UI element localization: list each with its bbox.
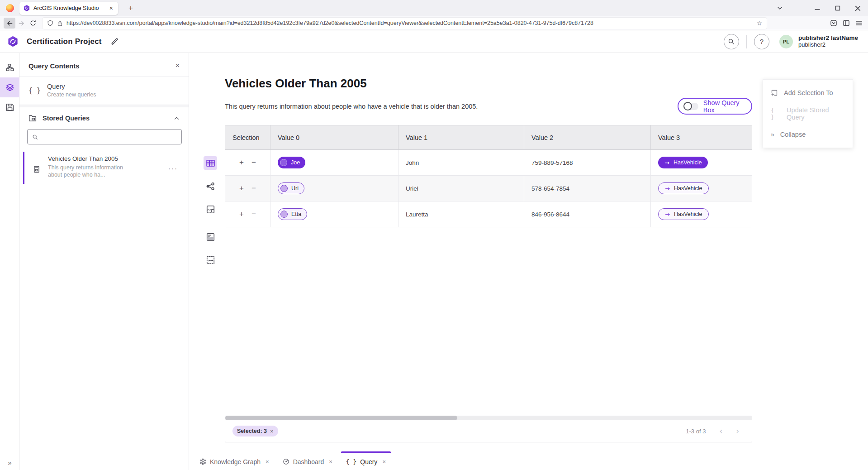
entity-dot-icon: [280, 159, 287, 166]
value2-cell: 578-654-7854: [524, 176, 651, 201]
project-hierarchy-icon[interactable]: [0, 58, 19, 77]
menu-item-add-selection-to[interactable]: Add Selection To: [763, 82, 853, 103]
scrollbar-thumb[interactable]: [225, 416, 457, 420]
sidebars-icon[interactable]: [843, 19, 850, 27]
selection-cell: + −: [225, 201, 270, 227]
query-item-subtitle: Create new queries: [47, 91, 96, 98]
firefox-menu-button[interactable]: [4, 2, 16, 14]
relationship-label: HasVehicle: [674, 185, 702, 192]
help-icon[interactable]: ?: [754, 34, 769, 49]
browser-tab[interactable]: ArcGIS Knowledge Studio ×: [19, 2, 118, 15]
toggle-track[interactable]: [684, 103, 698, 110]
relationship-pill[interactable]: →HasVehicle: [658, 157, 708, 168]
stored-queries-header[interactable]: Stored Queries: [19, 107, 189, 128]
expand-panel-icon[interactable]: »: [0, 459, 19, 466]
value2-cell: 759-889-57168: [524, 150, 651, 175]
view-toolbar: [200, 156, 221, 267]
entity-pill[interactable]: Etta: [278, 208, 307, 220]
value3-cell: →HasVehicle: [651, 150, 752, 175]
horizontal-scrollbar[interactable]: [225, 416, 752, 420]
stored-query-item[interactable]: Vehicles Older Than 2005 This query retu…: [19, 151, 189, 185]
column-header-value1[interactable]: Value 1: [398, 125, 524, 149]
remove-selection-icon[interactable]: −: [251, 184, 256, 193]
column-header-value0[interactable]: Value 0: [270, 125, 398, 149]
navbar-right-icons: [830, 19, 863, 27]
entity-cell: Joe: [270, 150, 398, 175]
search-input[interactable]: [42, 134, 177, 140]
save-icon[interactable]: [0, 97, 19, 117]
browser-navbar: https://dev0028833.esri.com/portal/apps/…: [0, 16, 868, 30]
remove-selection-icon[interactable]: −: [251, 158, 256, 167]
window-minimize-icon[interactable]: [807, 0, 827, 16]
user-block[interactable]: publisher2 lastName publisher2: [798, 34, 858, 48]
tab-label: Knowledge Graph: [210, 458, 261, 465]
arrow-right-icon: →: [665, 185, 670, 192]
clear-selection-icon[interactable]: ×: [270, 428, 274, 435]
map-view-icon[interactable]: [204, 202, 217, 216]
new-tab-button[interactable]: +: [124, 4, 137, 13]
toggle-knob: [683, 102, 692, 110]
back-icon[interactable]: [4, 18, 15, 29]
tab-knowledge-graph[interactable]: Knowledge Graph ×: [193, 453, 276, 470]
layers-icon[interactable]: [0, 77, 19, 97]
table-row: + − Etta Lauretta 846-956-8644 →HasVehic…: [225, 201, 752, 227]
tab-dashboard[interactable]: Dashboard ×: [276, 453, 339, 470]
next-page-icon[interactable]: ›: [736, 427, 739, 436]
list-tabs-icon[interactable]: [769, 0, 790, 16]
selected-indicator: [23, 152, 24, 184]
stored-queries-search[interactable]: [27, 129, 182, 144]
query-results-card: Selection Value 0 Value 1 Value 2 Value …: [225, 125, 752, 442]
hamburger-menu-icon[interactable]: [855, 19, 863, 27]
relationship-pill[interactable]: →HasVehicle: [658, 182, 709, 194]
forward-icon[interactable]: [15, 18, 27, 29]
selected-count-chip[interactable]: Selected: 3 ×: [232, 426, 278, 436]
firefox-icon: [6, 4, 14, 12]
table-view-icon[interactable]: [204, 156, 217, 170]
tab-close-icon[interactable]: ×: [266, 458, 269, 465]
knowledge-graph-icon: [199, 458, 206, 465]
table-footer: Selected: 3 × 1-3 of 3 ‹ ›: [225, 420, 752, 442]
panel-close-icon[interactable]: ×: [175, 62, 180, 70]
browser-window: ArcGIS Knowledge Studio × + https://dev0…: [0, 0, 868, 470]
add-selection-icon[interactable]: +: [239, 158, 244, 167]
relationship-pill[interactable]: →HasVehicle: [658, 208, 709, 220]
value2-cell: 846-956-8644: [524, 201, 651, 227]
tab-close-icon[interactable]: ×: [382, 458, 386, 465]
edit-pencil-icon[interactable]: [111, 38, 119, 45]
braces-icon: { }: [346, 458, 356, 465]
save-to-pocket-icon[interactable]: [830, 19, 837, 27]
column-header-value3[interactable]: Value 3: [651, 125, 752, 149]
add-selection-icon[interactable]: +: [239, 210, 244, 219]
tab-close-icon[interactable]: ×: [329, 458, 332, 465]
prev-page-icon[interactable]: ‹: [719, 427, 722, 436]
stored-query-doc-icon: [33, 166, 40, 173]
avatar[interactable]: PL: [779, 35, 793, 48]
url-bar[interactable]: https://dev0028833.esri.com/portal/apps/…: [43, 18, 767, 29]
show-query-box-toggle[interactable]: Show Query Box: [678, 98, 752, 115]
tab-query[interactable]: { } Query ×: [339, 453, 393, 470]
tab-close-icon[interactable]: ×: [108, 5, 114, 12]
chevron-up-icon[interactable]: [174, 115, 180, 121]
context-menu: Add Selection To { } Update Stored Query…: [763, 79, 853, 148]
menu-item-update-stored-query[interactable]: { } Update Stored Query: [763, 103, 853, 124]
remove-selection-icon[interactable]: −: [251, 210, 256, 219]
new-map-selection-icon[interactable]: [204, 253, 217, 267]
column-header-selection[interactable]: Selection: [225, 125, 270, 149]
selection-cell: + −: [225, 176, 270, 201]
entity-pill[interactable]: Joe: [278, 157, 305, 168]
window-close-icon[interactable]: [848, 0, 868, 16]
add-to-map-icon[interactable]: [204, 230, 217, 244]
entity-pill[interactable]: Uri: [278, 182, 304, 194]
bookmark-star-icon[interactable]: ☆: [756, 19, 762, 27]
add-selection-icon[interactable]: +: [239, 184, 244, 193]
reload-icon[interactable]: [27, 18, 39, 29]
pagination: 1-3 of 3 ‹ ›: [686, 427, 739, 436]
search-icon[interactable]: [724, 34, 739, 49]
window-maximize-icon[interactable]: [827, 0, 848, 16]
column-header-value2[interactable]: Value 2: [524, 125, 651, 149]
query-item[interactable]: { } Query Create new queries: [19, 77, 189, 105]
selected-count-label: Selected: 3: [237, 428, 267, 434]
link-chart-view-icon[interactable]: [204, 179, 217, 193]
item-options-icon[interactable]: ···: [168, 164, 178, 172]
menu-item-collapse[interactable]: » Collapse: [763, 124, 853, 145]
